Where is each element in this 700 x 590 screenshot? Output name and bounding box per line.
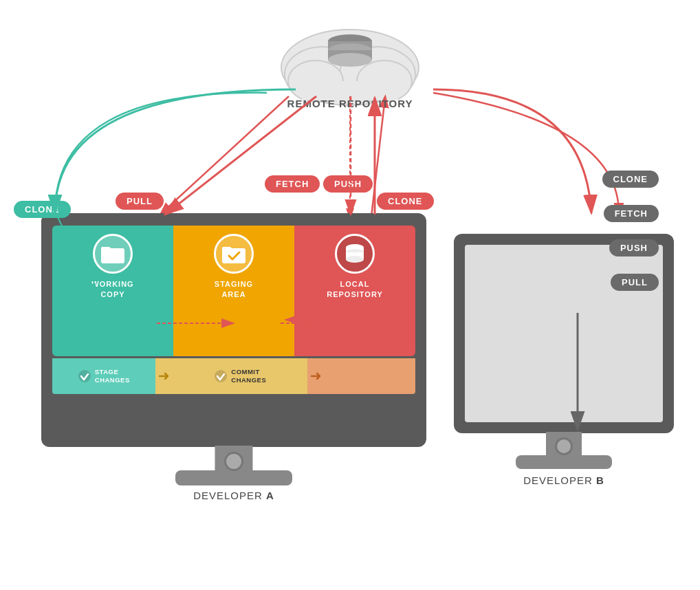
arrow-right-icon-2 bbox=[310, 370, 322, 382]
local-repo-icon-circle bbox=[335, 234, 375, 274]
commit-changes-action: COMMITCHANGES bbox=[173, 358, 307, 394]
monitor-screen-inner-b bbox=[465, 245, 663, 422]
monitor-a: WORKINGCOPY STAGINGAREA bbox=[41, 213, 426, 502]
action-separator-2 bbox=[307, 358, 325, 394]
monitor-base-b bbox=[516, 455, 612, 469]
local-repo-area: LOCALREPOSITORY bbox=[294, 226, 415, 356]
action-spacer bbox=[325, 358, 415, 394]
staging-folder-icon bbox=[222, 243, 245, 264]
arrow-right-icon bbox=[158, 370, 171, 382]
push-badge: PUSH bbox=[323, 175, 373, 193]
stage-changes-action: STAGECHANGES bbox=[52, 358, 155, 394]
action-separator bbox=[155, 358, 173, 394]
folder-icon bbox=[101, 243, 124, 264]
svg-point-18 bbox=[78, 370, 91, 382]
working-copy-icon-circle bbox=[93, 234, 133, 274]
staging-area: STAGINGAREA bbox=[173, 226, 294, 356]
clone-badge-left: CLONE bbox=[14, 201, 71, 218]
svg-rect-11 bbox=[101, 248, 124, 263]
clone-b-badge: CLONE bbox=[602, 171, 659, 188]
fetch-b-badge: FETCH bbox=[604, 205, 659, 222]
fetch-badge: FETCH bbox=[265, 175, 320, 193]
clone-badge-center: CLONE bbox=[377, 193, 434, 210]
monitor-b: DEVELOPER B bbox=[454, 234, 674, 433]
commit-icon bbox=[214, 369, 228, 383]
monitor-button-a bbox=[224, 452, 243, 471]
svg-point-19 bbox=[215, 370, 227, 382]
commit-changes-label: COMMITCHANGES bbox=[231, 368, 266, 385]
svg-rect-12 bbox=[222, 248, 245, 263]
push-b-badge: PUSH bbox=[609, 239, 659, 256]
remote-repo-label: REMOTE REPOSITORY bbox=[261, 98, 439, 109]
working-copy-area: WORKINGCOPY bbox=[52, 226, 173, 356]
database-icon bbox=[344, 243, 365, 265]
working-copy-label: WORKINGCOPY bbox=[91, 279, 133, 301]
stage-icon bbox=[78, 369, 91, 383]
diagram-container: REMOTE REPOSITORY WORKINGCOPY bbox=[0, 0, 700, 590]
pull-b-badge: PULL bbox=[611, 274, 659, 291]
monitor-screen-a: WORKINGCOPY STAGINGAREA bbox=[41, 213, 426, 447]
remote-repository: REMOTE REPOSITORY bbox=[261, 14, 439, 109]
monitor-base-a bbox=[175, 470, 292, 485]
monitor-screen-b bbox=[454, 234, 674, 433]
pull-badge: PULL bbox=[116, 193, 164, 210]
developer-b-label: DEVELOPER B bbox=[523, 474, 604, 486]
svg-point-17 bbox=[346, 256, 364, 263]
stage-changes-label: STAGECHANGES bbox=[95, 368, 130, 385]
staging-icon-circle bbox=[214, 234, 254, 274]
monitor-button-b bbox=[555, 437, 573, 455]
staging-area-label: STAGINGAREA bbox=[215, 279, 253, 301]
local-repo-label: LOCALREPOSITORY bbox=[327, 279, 383, 301]
developer-a-label: DEVELOPER A bbox=[193, 490, 274, 501]
